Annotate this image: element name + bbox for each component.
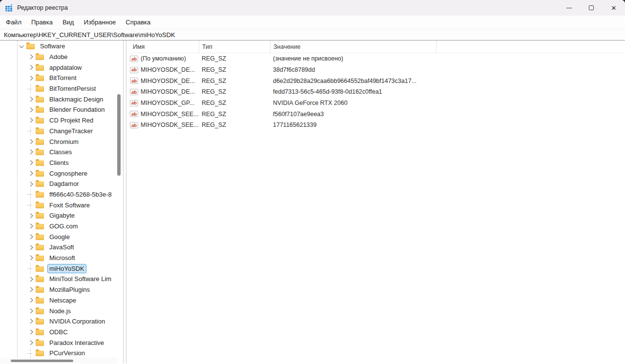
address-input[interactable] [0,31,625,39]
maximize-icon [589,5,594,10]
tree-vertical-scrollbar-thumb[interactable] [117,94,121,176]
tree-item-classes[interactable]: Classes [0,147,118,158]
tree-connector [27,83,35,94]
expander-chevron-icon[interactable] [27,158,35,168]
value-type: REG_SZ [199,66,270,73]
value-row-mihoyosdk-de[interactable]: ab MIHOYOSDK_DE... REG_SZ 38d7f6c8789dd [130,64,625,76]
tree-item-label: Google [47,232,72,242]
expander-chevron-icon[interactable] [27,115,35,126]
menu-item-1[interactable]: Правка [26,17,58,28]
column-header-type[interactable]: Тип [199,40,270,53]
tree-item-cognosphere[interactable]: Cognosphere [0,168,118,179]
tree-item-netscape[interactable]: Netscape [0,295,118,306]
maximize-button[interactable] [580,0,603,16]
value-data: 38d7f6c8789dd [270,66,504,73]
folder-icon [26,44,35,49]
tree-item-label: Software [38,41,67,51]
minimize-button[interactable] [558,0,580,16]
tree-item-dagdamor[interactable]: Dagdamor [0,179,118,189]
value-row-mihoyosdk-de[interactable]: ab MIHOYOSDK_DE... REG_SZ d6e2d29b28a29c… [130,75,625,86]
tree-item-cd-projekt-red[interactable]: CD Projekt Red [0,115,118,126]
pane-splitter[interactable] [123,40,126,364]
value-row-mihoyosdk-see[interactable]: ab MIHOYOSDK_SEE... REG_SZ 1771165621339 [130,120,625,131]
tree-item-changetracker[interactable]: ChangeTracker [0,126,118,137]
expander-chevron-icon[interactable] [27,147,35,158]
tree-item-blender-foundation[interactable]: Blender Foundation [0,104,118,115]
tree-item-label: appdatalow [47,63,84,72]
expander-chevron-icon[interactable] [27,242,35,253]
tree-item-chromium[interactable]: Chromium [0,136,118,147]
tree-item-label: ODBC [47,327,70,337]
menu-item-0[interactable]: Файл [1,17,26,28]
expander-chevron-icon[interactable] [27,295,35,306]
tree-item-label: Blender Foundation [47,105,106,114]
menu-item-4[interactable]: Справка [121,17,155,28]
tree-item-blackmagic-design[interactable]: Blackmagic Design [0,94,118,104]
tree-item-microsoft[interactable]: Microsoft [0,253,118,263]
close-button[interactable]: ✕ [603,0,625,16]
tree-item-odbc[interactable]: ODBC [0,327,118,338]
folder-icon [36,129,44,134]
column-header-value[interactable]: Значение [270,40,436,53]
expander-chevron-icon[interactable] [27,62,35,73]
tree-item-gog-com[interactable]: GOG.com [0,221,118,232]
expander-chevron-icon[interactable] [27,274,35,284]
column-header-name[interactable]: Имя [130,40,199,53]
tree-item-pcurversion[interactable]: PCurVersion [0,348,118,359]
expander-chevron-icon[interactable] [27,210,35,221]
expander-chevron-icon[interactable] [27,94,35,104]
folder-icon [36,266,44,272]
expander-chevron-icon[interactable] [27,179,35,189]
tree-item-mozillaplugins[interactable]: MozillaPlugins [0,284,118,295]
value-name: MIHOYOSDK_SEE... [141,111,199,118]
tree-vertical-scrollbar[interactable] [117,40,123,364]
expander-chevron-icon[interactable] [27,327,35,338]
tree-item-adobe[interactable]: Adobe [0,52,118,62]
tree-item-clients[interactable]: Clients [0,158,118,168]
tree-item-paradox-interactive[interactable]: Paradox Interactive [0,337,118,348]
tree-item-mihoyosdk[interactable]: miHoYoSDK [0,263,118,274]
tree-item-label: PCurVersion [47,348,87,358]
value-data: (значение не присвоено) [270,55,504,62]
expander-chevron-icon[interactable] [27,221,35,232]
tree-item-nvidia-corporation[interactable]: NVIDIA Corporation [0,316,118,327]
tree-item-software[interactable]: Software [0,41,118,52]
tree-item-bittorrent[interactable]: BitTorrent [0,73,118,83]
value-row-0[interactable]: ab (По умолчанию) REG_SZ (значение не пр… [130,53,625,64]
expander-chevron-icon[interactable] [18,41,25,52]
expander-chevron-icon[interactable] [27,316,35,327]
tree-item-node-js[interactable]: Node.js [0,305,118,316]
tree-item-label: Blackmagic Design [47,95,105,104]
expander-chevron-icon[interactable] [27,168,35,179]
expander-chevron-icon[interactable] [27,136,35,147]
expander-chevron-icon[interactable] [27,337,35,348]
tree-horizontal-scrollbar-thumb[interactable] [11,360,73,362]
folder-icon [36,150,44,155]
tree-item-google[interactable]: Google [0,231,118,242]
tree-horizontal-scrollbar[interactable] [0,358,117,364]
tree-item-foxit-software[interactable]: Foxit Software [0,200,118,210]
menu-item-3[interactable]: Избранное [79,17,121,28]
folder-icon [36,309,44,314]
tree-item-label: CD Projekt Red [47,116,95,125]
tree-item-minitool-software-lim[interactable]: MiniTool Software Lim [0,274,118,284]
value-row-mihoyosdk-de[interactable]: ab MIHOYOSDK_DE... REG_SZ fedd7313-56c5-… [130,86,625,98]
tree-item-ff666c40-5268-5b3e-8[interactable]: ff666c40-5268-5b3e-8 [0,189,118,200]
expander-chevron-icon[interactable] [27,253,35,263]
tree-item-label: BitTorrent [47,73,79,82]
expander-chevron-icon[interactable] [27,231,35,242]
expander-chevron-icon[interactable] [27,284,35,295]
folder-icon [36,140,44,145]
value-row-mihoyosdk-gp[interactable]: ab MIHOYOSDK_GP... REG_SZ NVIDIA GeForce… [130,98,625,109]
tree-item-gigabyte[interactable]: Gigabyte [0,210,118,221]
tree-item-appdatalow[interactable]: appdatalow [0,62,118,73]
tree-item-javasoft[interactable]: JavaSoft [0,242,118,253]
value-data: NVIDIA GeForce RTX 2060 [270,100,504,106]
expander-chevron-icon[interactable] [27,104,35,115]
value-row-mihoyosdk-see[interactable]: ab MIHOYOSDK_SEE... REG_SZ f560f7107ae9e… [130,108,625,120]
expander-chevron-icon[interactable] [27,305,35,316]
menu-item-2[interactable]: Вид [58,17,79,28]
expander-chevron-icon[interactable] [27,73,35,83]
tree-item-bittorrentpersist[interactable]: BitTorrentPersist [0,83,118,94]
expander-chevron-icon[interactable] [27,52,35,62]
